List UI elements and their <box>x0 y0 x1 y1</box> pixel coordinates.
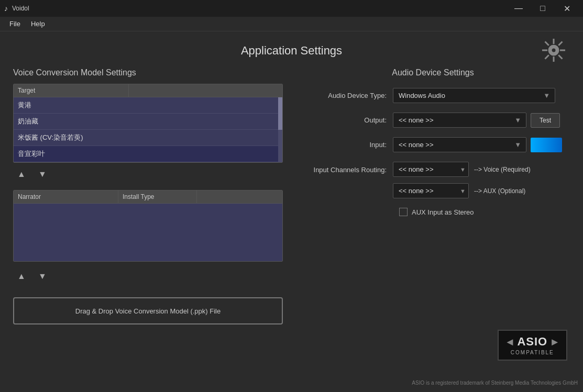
narrator-body <box>14 204 282 261</box>
top-area: Application Settings <box>0 31 583 58</box>
routing-aux-dest: --> AUX (Optional) <box>474 187 525 195</box>
output-select[interactable]: << none >> <box>393 113 526 128</box>
content-columns: Voice Conversion Model Settings Target 黄… <box>0 58 583 392</box>
app-title: Voidol <box>12 5 29 12</box>
routing-row: Input Channels Routing: << none >> ▼ -->… <box>299 162 567 198</box>
vcm-row-selected[interactable]: 音宣彩叶 <box>14 146 282 162</box>
title-bar: ♪ Voidol — □ ✕ <box>0 0 583 17</box>
output-label: Output: <box>299 116 393 124</box>
vcm-table-header: Target <box>14 84 282 97</box>
drag-drop-area[interactable]: Drag & Drop Voice Conversion Model (.ppk… <box>13 297 283 324</box>
routing-label: Input Channels Routing: <box>299 162 393 174</box>
device-type-row: Audio Device Type: Windows Audio ▼ <box>299 88 567 103</box>
svg-line-8 <box>545 55 549 59</box>
input-label: Input: <box>299 141 393 149</box>
vcm-scrollbar-thumb <box>278 97 282 130</box>
routing-aux-row: << none >> ▼ --> AUX (Optional) <box>393 183 531 198</box>
minimize-button[interactable]: — <box>507 0 531 17</box>
svg-line-5 <box>545 42 549 46</box>
asio-text: ASIO <box>517 335 547 349</box>
vcm-arrow-controls: ▲ ▼ <box>13 167 283 182</box>
audio-section-title: Audio Device Settings <box>299 68 567 77</box>
svg-line-7 <box>558 42 562 46</box>
input-row: Input: << none >> ▼ <box>299 137 567 152</box>
narrator-col-narrator: Narrator <box>14 191 118 203</box>
device-type-select[interactable]: Windows Audio <box>393 88 555 103</box>
aux-stereo-label: AUX Input as Stereo <box>412 208 474 216</box>
vcm-header-target: Target <box>14 84 129 97</box>
narrator-table: Narrator Install Type <box>13 190 283 262</box>
vcm-scrollbar[interactable] <box>278 97 282 162</box>
svg-line-6 <box>558 55 562 59</box>
close-button[interactable]: ✕ <box>555 0 579 17</box>
asio-left-arrow: ◄ <box>505 336 515 348</box>
svg-point-9 <box>551 47 557 53</box>
narrator-up-button[interactable]: ▲ <box>13 269 30 284</box>
routing-aux-select-wrapper: << none >> ▼ <box>393 183 469 198</box>
narrator-header: Narrator Install Type <box>14 191 282 204</box>
asio-logo: ◄ ASIO ► <box>505 335 560 349</box>
menu-help[interactable]: Help <box>26 18 50 30</box>
aux-stereo-checkbox[interactable] <box>399 208 408 216</box>
routing-voice-select[interactable]: << none >> <box>393 162 469 177</box>
input-select[interactable]: << none >> <box>393 137 526 152</box>
routing-controls: << none >> ▼ --> Voice (Required) << non… <box>393 162 531 198</box>
vcm-down-button[interactable]: ▼ <box>34 167 51 182</box>
asio-box: ◄ ASIO ► COMPATIBLE <box>498 330 567 361</box>
vcm-list: 黄港 奶油藏 米饭酱 (CV:染音若萸) 音宣彩叶 <box>14 97 282 162</box>
asio-badge: ◄ ASIO ► COMPATIBLE <box>498 330 567 361</box>
vcm-up-button[interactable]: ▲ <box>13 167 30 182</box>
maximize-button[interactable]: □ <box>531 0 555 17</box>
routing-voice-dest: --> Voice (Required) <box>474 166 531 173</box>
narrator-col-install-type: Install Type <box>118 191 197 203</box>
routing-voice-row: << none >> ▼ --> Voice (Required) <box>393 162 531 177</box>
routing-voice-select-wrapper: << none >> ▼ <box>393 162 469 177</box>
asio-footer: ASIO is a registered trademark of Steinb… <box>412 380 578 386</box>
vcm-heading: Voice Conversion Model Settings <box>13 68 283 77</box>
test-button[interactable]: Test <box>531 113 560 128</box>
vcm-row[interactable]: 米饭酱 (CV:染音若萸) <box>14 130 282 146</box>
vcm-row[interactable]: 奶油藏 <box>14 114 282 130</box>
aux-stereo-row: AUX Input as Stereo <box>299 208 567 216</box>
device-type-select-wrapper: Windows Audio ▼ <box>393 88 555 103</box>
gear-icon-svg <box>540 37 567 64</box>
narrator-arrow-controls: ▲ ▼ <box>13 269 283 284</box>
menu-bar: File Help <box>0 17 583 31</box>
page-title: Application Settings <box>10 40 573 58</box>
asio-compatible: COMPATIBLE <box>511 350 554 355</box>
vcm-row[interactable]: 黄港 <box>14 97 282 114</box>
app-icon: ♪ <box>4 4 8 13</box>
routing-aux-select[interactable]: << none >> <box>393 183 469 198</box>
settings-icon-wrapper <box>540 37 567 64</box>
device-type-label: Audio Device Type: <box>299 92 393 99</box>
menu-file[interactable]: File <box>4 18 26 30</box>
vcm-header-value <box>129 84 282 97</box>
narrator-down-button[interactable]: ▼ <box>34 269 51 284</box>
vcm-table: Target 黄港 奶油藏 米饭酱 (CV:染音若萸) 音宣彩叶 <box>13 84 283 163</box>
input-select-wrapper: << none >> ▼ <box>393 137 526 152</box>
left-panel: Voice Conversion Model Settings Target 黄… <box>0 58 293 392</box>
narrator-col-extra <box>197 191 282 203</box>
input-level-indicator <box>531 138 562 152</box>
asio-right-arrow: ► <box>549 336 560 348</box>
output-row: Output: << none >> ▼ Test <box>299 113 567 128</box>
output-select-wrapper: << none >> ▼ <box>393 113 526 128</box>
